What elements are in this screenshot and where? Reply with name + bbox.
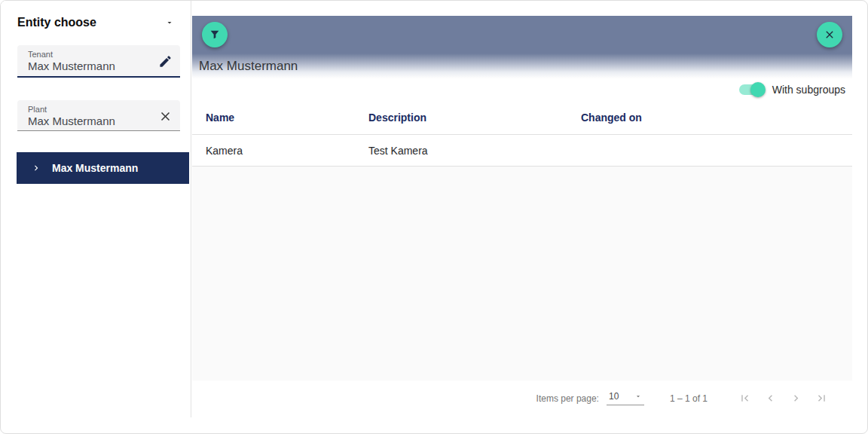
page-size-select[interactable]: 10 <box>607 391 644 405</box>
subgroups-toggle-row: With subgroups <box>192 78 852 101</box>
last-page-icon <box>815 392 828 405</box>
tenant-field-label: Tenant <box>28 50 155 60</box>
cell-name: Kamera <box>206 145 368 157</box>
last-page-button[interactable] <box>808 386 834 411</box>
table-row[interactable]: Kamera Test Kamera <box>192 135 852 167</box>
close-button[interactable] <box>817 22 842 47</box>
clear-icon <box>158 109 173 124</box>
filter-icon <box>209 29 221 41</box>
clear-plant-button[interactable] <box>155 106 176 127</box>
paginator: Items per page: 10 1 – 1 of 1 <box>192 381 852 416</box>
tree-item-label: Max Mustermann <box>52 162 138 174</box>
app-window: Entity choose Tenant Max Mustermann Plan… <box>0 0 868 434</box>
sidebar-title: Entity choose <box>17 16 96 29</box>
next-page-icon <box>790 392 802 405</box>
paginator-range-label: 1 – 1 of 1 <box>670 393 708 404</box>
first-page-icon <box>738 392 751 405</box>
with-subgroups-label: With subgroups <box>772 84 845 96</box>
first-page-button[interactable] <box>732 386 757 411</box>
previous-page-icon <box>764 392 777 405</box>
tenant-field-value: Max Mustermann <box>28 60 155 73</box>
table-header-row: Name Description Changed on <box>192 101 852 135</box>
toggle-thumb[interactable] <box>750 82 766 97</box>
close-icon <box>824 29 836 41</box>
items-per-page-label: Items per page: <box>536 393 599 404</box>
sidebar-header: Entity choose <box>17 16 176 29</box>
page-title: Max Mustermann <box>199 59 298 74</box>
plant-field-texts: Plant Max Mustermann <box>28 105 155 128</box>
entity-sidebar: Entity choose Tenant Max Mustermann Plan… <box>1 1 191 417</box>
chevron-down-icon <box>165 18 174 27</box>
panel-title-band: Max Mustermann <box>192 53 852 78</box>
group-panel: Max Mustermann With subgroups Name Descr… <box>192 16 852 416</box>
collapse-panel-button[interactable] <box>164 17 176 29</box>
tenant-field[interactable]: Tenant Max Mustermann <box>17 45 180 78</box>
previous-page-button[interactable] <box>757 386 783 411</box>
plant-field[interactable]: Plant Max Mustermann <box>17 100 180 131</box>
with-subgroups-toggle[interactable] <box>738 82 766 97</box>
panel-toolbar <box>192 16 852 53</box>
cell-description: Test Kamera <box>368 145 581 157</box>
column-header-changed-on: Changed on <box>581 112 852 124</box>
edit-tenant-button[interactable] <box>155 51 176 72</box>
chevron-right-icon <box>31 163 41 173</box>
plant-field-label: Plant <box>28 105 155 115</box>
page-size-value: 10 <box>609 391 619 402</box>
plant-field-value: Max Mustermann <box>28 115 155 128</box>
edit-icon <box>158 54 173 69</box>
column-header-description: Description <box>368 112 581 124</box>
next-page-button[interactable] <box>783 386 808 411</box>
filter-button[interactable] <box>202 22 228 47</box>
table-empty-area <box>192 167 852 381</box>
sidebar-item-max-mustermann[interactable]: Max Mustermann <box>17 152 189 184</box>
dropdown-arrow-icon <box>634 393 642 400</box>
tenant-field-texts: Tenant Max Mustermann <box>28 50 155 73</box>
column-header-name: Name <box>206 112 368 124</box>
